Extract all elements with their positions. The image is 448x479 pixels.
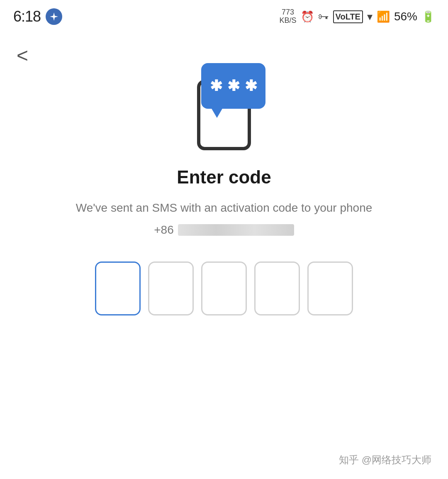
asterisk-3: ✱ bbox=[245, 78, 257, 93]
status-time: 6:18 bbox=[13, 8, 41, 25]
code-box-3[interactable] bbox=[201, 261, 247, 315]
asterisk-1: ✱ bbox=[210, 78, 222, 93]
code-box-4[interactable] bbox=[254, 261, 300, 315]
code-box-2[interactable] bbox=[148, 261, 194, 315]
status-bar: 6:18 773 KB/S ⏰ 🗝 VoLTE ▾ 📶 56% 🔋 bbox=[0, 0, 448, 30]
status-right: 773 KB/S ⏰ 🗝 VoLTE ▾ 📶 56% 🔋 bbox=[280, 8, 435, 25]
status-left: 6:18 bbox=[13, 8, 62, 25]
wifi-icon: ▾ bbox=[367, 10, 373, 23]
speech-bubble: ✱ ✱ ✱ bbox=[201, 63, 265, 109]
network-speed: 773 KB/S bbox=[280, 8, 297, 25]
key-icon: 🗝 bbox=[318, 10, 329, 23]
illustration: ✱ ✱ ✱ bbox=[178, 63, 270, 150]
volte-icon: VoLTE bbox=[333, 10, 363, 23]
code-box-1[interactable] bbox=[95, 261, 141, 315]
page-description: We've sent an SMS with an activation cod… bbox=[51, 199, 397, 217]
alarm-icon: ⏰ bbox=[301, 10, 314, 23]
watermark: 知乎 @网络技巧大师 bbox=[339, 453, 431, 467]
battery-icon: 🔋 bbox=[421, 10, 435, 23]
main-content: ✱ ✱ ✱ Enter code We've sent an SMS with … bbox=[0, 30, 448, 340]
notification-icon bbox=[46, 8, 62, 25]
signal-icon: 📶 bbox=[377, 10, 390, 23]
phone-number-line: +86 bbox=[154, 223, 294, 237]
phone-number-redacted bbox=[178, 224, 294, 236]
code-box-5[interactable] bbox=[307, 261, 353, 315]
phone-prefix: +86 bbox=[154, 223, 174, 237]
code-input-container[interactable] bbox=[95, 261, 353, 315]
page-title: Enter code bbox=[177, 167, 271, 188]
asterisk-2: ✱ bbox=[227, 78, 240, 93]
back-button[interactable]: < bbox=[17, 46, 28, 66]
battery-percent: 56% bbox=[394, 10, 417, 23]
